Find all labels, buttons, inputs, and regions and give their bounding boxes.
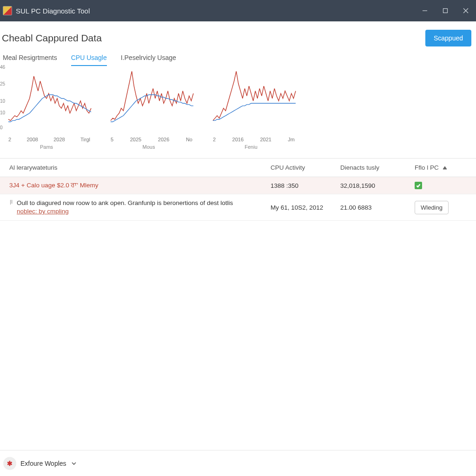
row-primary: 3J4 + Calo uage $2.0 ਰਾ' Mlemy [9, 182, 99, 189]
sort-asc-icon [443, 165, 447, 170]
charts-row: 46 25 10 10 0 2 2008 2028 Tirgl Pams [0, 66, 476, 153]
chart-2-svg [205, 67, 298, 127]
chart-0-svg [0, 67, 93, 127]
chart-2-xaxis: 2 2016 2021 Jm [205, 137, 298, 142]
chart-2: 2 2016 2021 Jm Feniu [205, 67, 298, 150]
chart-0: 46 25 10 10 0 2 2008 2028 Tirgl Pams [0, 67, 93, 150]
page-header: Cheabl Cappured Data Scappued [0, 21, 476, 49]
row-marker-icon: |I [9, 199, 13, 205]
check-icon [415, 182, 422, 189]
window-titlebar: SUL PC Diagnostic Tool [0, 0, 476, 21]
chevron-down-icon [71, 461, 77, 466]
chart-1-xlabel: Mous [102, 144, 195, 150]
footer-label[interactable]: Exfoure Woples [20, 460, 66, 467]
chart-1-svg [102, 67, 195, 127]
tab-strip: Meal Resigrtments CPU Usagle I.Peselrvic… [0, 51, 476, 66]
col-alerts[interactable]: Al lerarywateturis [9, 164, 271, 171]
row-link[interactable]: noblec: by cmpling [17, 208, 69, 215]
page-title: Cheabl Cappured Data [2, 33, 102, 44]
window-close-button[interactable] [456, 0, 476, 21]
row-action: Wleding [415, 201, 459, 214]
window-title: SUL PC Diagnostic Tool [16, 7, 90, 15]
row-diag: 32,018,1590 [340, 182, 415, 189]
row-action-button[interactable]: Wleding [415, 201, 449, 214]
table-header: Al lerarywateturis CPU Activity Dienacts… [0, 159, 476, 177]
row-diag: 21.00 6883 [340, 204, 415, 211]
row-cpu: 1388 :350 [271, 182, 340, 189]
tab-meal-resigrtments[interactable]: Meal Resigrtments [3, 51, 57, 66]
window-maximize-button[interactable] [435, 0, 456, 21]
tab-peselrvicly-usage[interactable]: I.Peselrvicly Usage [121, 51, 176, 66]
chart-0-xlabel: Pams [0, 144, 93, 150]
tab-cpu-usage[interactable]: CPU Usagle [71, 51, 107, 66]
svg-rect-1 [443, 9, 448, 13]
col-diag[interactable]: Dienacts tusly [340, 164, 415, 171]
chart-1: 5 2025 2026 No Mous [102, 67, 195, 150]
row-action [415, 182, 459, 189]
chart-1-xaxis: 5 2025 2026 No [102, 137, 195, 142]
row-description: Oull to diagured now roow to ank open. G… [17, 199, 233, 216]
chart-2-xlabel: Feniu [205, 144, 298, 150]
row-cpu: My 61, 10S2, 2012 [271, 204, 340, 211]
capture-button[interactable]: Scappued [425, 30, 471, 46]
results-table: Al lerarywateturis CPU Activity Dienacts… [0, 158, 476, 221]
col-cpu[interactable]: CPU Activity [271, 164, 340, 171]
chart-0-xaxis: 2 2008 2028 Tirgl [0, 137, 93, 142]
footer-bar: ✱ Exfoure Woples [0, 450, 476, 476]
app-icon [3, 6, 12, 15]
window-minimize-button[interactable] [415, 0, 435, 21]
table-row[interactable]: |I Oull to diagured now roow to ank open… [0, 194, 476, 221]
col-pc[interactable]: Fflo l PC [415, 164, 459, 171]
table-row[interactable]: 3J4 + Calo uage $2.0 ਰਾ' Mlemy 1388 :350… [0, 177, 476, 194]
footer-badge-icon: ✱ [4, 457, 16, 469]
